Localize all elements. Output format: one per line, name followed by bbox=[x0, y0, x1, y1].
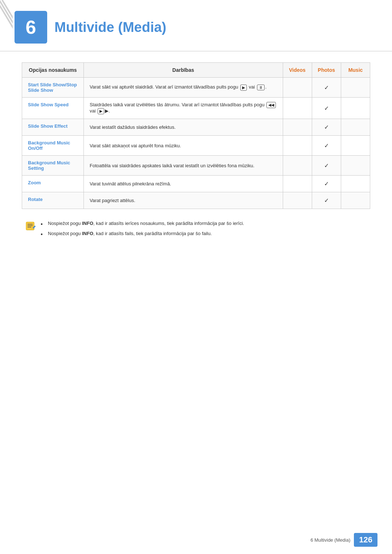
notes-list: Nospiežot pogu INFO, kad ir atlasīts ier… bbox=[41, 220, 244, 240]
row-description: Varat iestatīt dažādus slaidrādes efektu… bbox=[84, 119, 283, 136]
row-name: Background Music Setting bbox=[22, 156, 84, 176]
decorative-lines bbox=[0, 0, 13, 36]
header-videos: Videos bbox=[283, 63, 312, 78]
row-name: Start Slide Show/Stop Slide Show bbox=[22, 78, 84, 98]
row-videos bbox=[283, 192, 312, 209]
row-music bbox=[341, 156, 370, 176]
svg-line-1 bbox=[0, 0, 13, 36]
row-videos bbox=[283, 78, 312, 98]
table-row: Slide Show EffectVarat iestatīt dažādus … bbox=[22, 119, 370, 136]
row-photos: ✓ bbox=[312, 176, 341, 192]
row-music bbox=[341, 136, 370, 156]
header-photos: Photos bbox=[312, 63, 341, 78]
header-opcijas: Opcijas nosaukums bbox=[22, 63, 84, 78]
main-content: Opcijas nosaukums Darbības Videos Photos… bbox=[0, 62, 392, 262]
note-icon bbox=[25, 221, 36, 231]
notes-section: Nospiežot pogu INFO, kad ir atlasīts ier… bbox=[22, 220, 370, 240]
row-photos: ✓ bbox=[312, 119, 341, 136]
chapter-number: 6 bbox=[15, 11, 47, 44]
row-photos: ✓ bbox=[312, 192, 341, 209]
svg-rect-3 bbox=[26, 222, 34, 230]
row-description: Slaidrādes laikā varat izvēlēties tās āt… bbox=[84, 98, 283, 119]
table-row: ZoomVarat tuvināt attēlus pilnekrāna rež… bbox=[22, 176, 370, 192]
row-music bbox=[341, 98, 370, 119]
page-footer: 6 Multivide (Media) 126 bbox=[310, 533, 377, 547]
table-row: Start Slide Show/Stop Slide ShowVarat sā… bbox=[22, 78, 370, 98]
row-description: Varat tuvināt attēlus pilnekrāna režīmā. bbox=[84, 176, 283, 192]
table-row: RotateVarat pagriezt attēlus.✓ bbox=[22, 192, 370, 209]
row-videos bbox=[283, 136, 312, 156]
row-name: Slide Show Effect bbox=[22, 119, 84, 136]
row-videos bbox=[283, 176, 312, 192]
row-music bbox=[341, 78, 370, 98]
header-darbibas: Darbības bbox=[84, 63, 283, 78]
table-row: Background Music On/OffVarat sākt atskaņ… bbox=[22, 136, 370, 156]
row-music bbox=[341, 176, 370, 192]
row-videos bbox=[283, 119, 312, 136]
table-row: Background Music SettingFotoattēla vai s… bbox=[22, 156, 370, 176]
row-photos: ✓ bbox=[312, 98, 341, 119]
note-item: Nospiežot pogu INFO, kad ir atlasīts ier… bbox=[41, 220, 244, 227]
features-table: Opcijas nosaukums Darbības Videos Photos… bbox=[22, 62, 370, 209]
footer-page-number: 126 bbox=[354, 533, 377, 547]
note-item: Nospiežot pogu INFO, kad ir atlasīts fai… bbox=[41, 230, 244, 237]
row-description: Varat sākt vai apturēt slaidrādi. Varat … bbox=[84, 78, 283, 98]
row-description: Varat sākt atskaņot vai apturēt fona mūz… bbox=[84, 136, 283, 156]
row-photos: ✓ bbox=[312, 156, 341, 176]
row-name: Zoom bbox=[22, 176, 84, 192]
row-name: Background Music On/Off bbox=[22, 136, 84, 156]
row-description: Fotoattēla vai slaidrādes apskates laikā… bbox=[84, 156, 283, 176]
row-videos bbox=[283, 98, 312, 119]
row-photos: ✓ bbox=[312, 136, 341, 156]
row-music bbox=[341, 192, 370, 209]
page-title: Multivide (Media) bbox=[54, 20, 166, 35]
row-description: Varat pagriezt attēlus. bbox=[84, 192, 283, 209]
footer-chapter-label: 6 Multivide (Media) bbox=[310, 537, 350, 543]
row-name: Slide Show Speed bbox=[22, 98, 84, 119]
header-music: Music bbox=[341, 63, 370, 78]
row-music bbox=[341, 119, 370, 136]
page-header: 6 Multivide (Media) bbox=[0, 0, 392, 52]
row-name: Rotate bbox=[22, 192, 84, 209]
row-photos: ✓ bbox=[312, 78, 341, 98]
row-videos bbox=[283, 156, 312, 176]
table-row: Slide Show SpeedSlaidrādes laikā varat i… bbox=[22, 98, 370, 119]
